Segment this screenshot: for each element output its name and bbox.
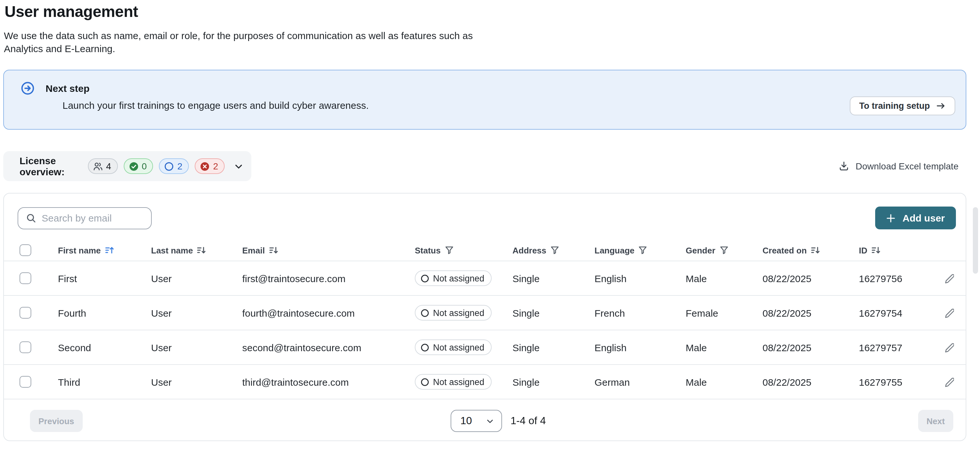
- cell-first-name: Second: [58, 342, 151, 353]
- cell-gender: Male: [686, 342, 762, 353]
- table-row: Fourth User fourth@traintosecure.com Not…: [4, 296, 966, 331]
- x-circle-icon: [200, 161, 210, 171]
- pagination-range: 1-4 of 4: [511, 415, 546, 427]
- filter-icon[interactable]: [550, 246, 559, 255]
- cell-first-name: First: [58, 273, 151, 284]
- edit-user-button[interactable]: [943, 272, 955, 284]
- cell-id: 16279756: [859, 273, 942, 284]
- filter-icon[interactable]: [719, 246, 728, 255]
- cell-first-name: Third: [58, 376, 151, 387]
- column-header-address[interactable]: Address: [512, 245, 595, 255]
- search-input[interactable]: [42, 212, 145, 224]
- license-overview-label: License overview:: [19, 155, 81, 177]
- users-icon: [93, 161, 103, 171]
- column-header-gender[interactable]: Gender: [686, 245, 762, 255]
- filter-icon[interactable]: [638, 246, 648, 255]
- cell-language: German: [595, 376, 686, 387]
- page-size-select[interactable]: 10: [450, 410, 502, 432]
- column-header-created-on[interactable]: Created on: [762, 245, 859, 255]
- next-page-button[interactable]: Next: [918, 410, 953, 432]
- table-header-row: First name Last name Ema: [4, 240, 966, 261]
- column-header-email[interactable]: Email: [242, 245, 415, 255]
- column-label: Last name: [151, 245, 193, 255]
- row-checkbox[interactable]: [19, 272, 31, 284]
- circle-icon: [421, 274, 429, 283]
- cell-language: English: [595, 342, 686, 353]
- license-badge-available-count: 2: [177, 161, 183, 171]
- page-size-value: 10: [460, 415, 472, 427]
- check-circle-icon: [129, 161, 138, 171]
- status-label: Not assigned: [433, 273, 484, 283]
- column-label: Language: [595, 245, 635, 255]
- column-header-status[interactable]: Status: [415, 245, 512, 255]
- next-step-banner: Next step Launch your first trainings to…: [3, 70, 966, 129]
- status-label: Not assigned: [433, 342, 484, 352]
- column-header-language[interactable]: Language: [595, 245, 686, 255]
- chevron-down-icon[interactable]: [234, 161, 243, 171]
- row-checkbox[interactable]: [19, 307, 31, 319]
- column-header-last-name[interactable]: Last name: [151, 245, 242, 255]
- cell-created-on: 08/22/2025: [762, 342, 859, 353]
- pagination-bar: Previous 10 1-4 of 4 Next: [4, 401, 966, 441]
- cell-last-name: User: [151, 376, 242, 387]
- license-badge-available: 2: [159, 158, 189, 174]
- license-badge-assigned: 0: [123, 158, 153, 174]
- pencil-icon: [944, 377, 954, 387]
- table-row: First User first@traintosecure.com Not a…: [4, 261, 966, 296]
- license-badge-total-count: 4: [106, 161, 111, 171]
- pencil-icon: [944, 273, 954, 283]
- status-label: Not assigned: [433, 377, 484, 387]
- page-subtitle-line: We use the data such as name, email or r…: [4, 29, 966, 42]
- cell-last-name: User: [151, 273, 242, 284]
- user-management-page: User management We use the data such as …: [0, 0, 980, 460]
- page-subtitle: We use the data such as name, email or r…: [4, 29, 966, 55]
- cell-gender: Male: [686, 376, 762, 387]
- column-label: Gender: [686, 245, 715, 255]
- column-header-id[interactable]: ID: [859, 245, 942, 255]
- sort-descending-icon[interactable]: [871, 246, 880, 255]
- cell-id: 16279755: [859, 376, 942, 387]
- column-header-first-name[interactable]: First name: [58, 245, 151, 255]
- sort-descending-icon[interactable]: [269, 246, 278, 255]
- download-excel-template-button[interactable]: Download Excel template: [839, 161, 959, 171]
- circle-icon: [164, 161, 174, 171]
- circle-icon: [421, 308, 429, 317]
- users-table-card: Add user First name Last name: [3, 193, 966, 441]
- cell-id: 16279754: [859, 307, 942, 318]
- pencil-icon: [944, 342, 954, 352]
- sort-descending-icon[interactable]: [197, 246, 206, 255]
- cell-gender: Male: [686, 273, 762, 284]
- cell-address: Single: [512, 342, 595, 353]
- cell-language: French: [595, 307, 686, 318]
- page-title: User management: [5, 3, 966, 21]
- cell-email: first@traintosecure.com: [242, 273, 415, 284]
- license-badge-expired-count: 2: [213, 161, 218, 171]
- row-checkbox[interactable]: [19, 376, 31, 388]
- edit-user-button[interactable]: [943, 341, 955, 353]
- row-checkbox[interactable]: [19, 342, 31, 353]
- previous-page-button[interactable]: Previous: [30, 410, 83, 432]
- edit-user-button[interactable]: [943, 375, 955, 388]
- cell-email: fourth@traintosecure.com: [242, 307, 415, 318]
- add-user-button[interactable]: Add user: [875, 206, 956, 229]
- cell-created-on: 08/22/2025: [762, 273, 859, 284]
- cell-address: Single: [512, 307, 595, 318]
- select-all-checkbox[interactable]: [19, 244, 31, 256]
- cell-created-on: 08/22/2025: [762, 376, 859, 387]
- edit-user-button[interactable]: [943, 307, 955, 319]
- cell-language: English: [595, 273, 686, 284]
- table-row: Third User third@traintosecure.com Not a…: [4, 365, 966, 399]
- page-subtitle-line: Analytics and E-Learning.: [4, 42, 966, 55]
- sort-descending-icon[interactable]: [811, 246, 820, 255]
- cell-last-name: User: [151, 307, 242, 318]
- cell-last-name: User: [151, 342, 242, 353]
- vertical-scrollbar[interactable]: [973, 207, 978, 274]
- circle-icon: [421, 343, 429, 351]
- status-label: Not assigned: [433, 308, 484, 318]
- download-excel-template-label: Download Excel template: [856, 161, 959, 171]
- filter-icon[interactable]: [444, 246, 453, 255]
- sort-ascending-icon[interactable]: [105, 246, 114, 255]
- banner-description: Launch your first trainings to engage us…: [62, 100, 966, 111]
- column-label: Email: [242, 245, 265, 255]
- to-training-setup-button[interactable]: To training setup: [850, 96, 955, 115]
